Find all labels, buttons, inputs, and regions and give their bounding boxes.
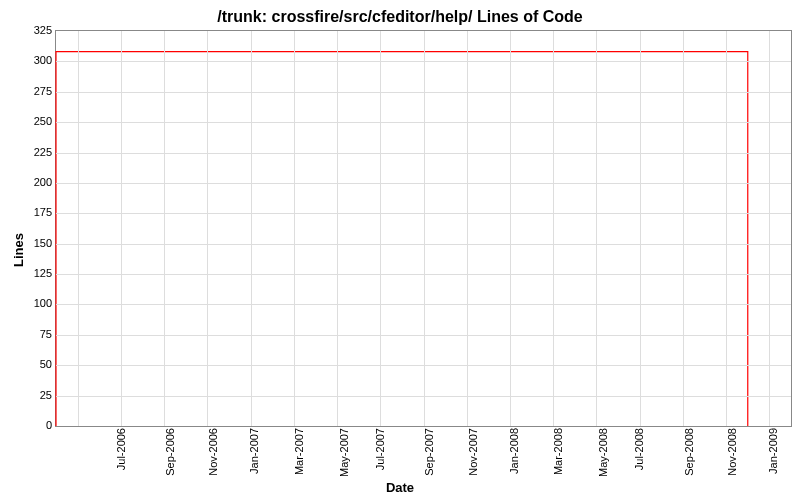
loc-chart: /trunk: crossfire/src/cfeditor/help/ Lin… bbox=[0, 0, 800, 500]
plot-area bbox=[55, 30, 792, 427]
y-tick-label: 0 bbox=[7, 419, 52, 431]
y-tick-label: 100 bbox=[7, 297, 52, 309]
gridline-v bbox=[121, 31, 122, 426]
gridline-v bbox=[164, 31, 165, 426]
gridline-v bbox=[640, 31, 641, 426]
x-tick-label: Nov-2006 bbox=[207, 428, 219, 476]
x-axis-label: Date bbox=[0, 480, 800, 495]
y-tick-label: 25 bbox=[7, 389, 52, 401]
x-tick-label: May-2007 bbox=[338, 428, 350, 477]
y-tick-label: 50 bbox=[7, 358, 52, 370]
gridline-v bbox=[683, 31, 684, 426]
x-tick-label: Jan-2008 bbox=[508, 428, 520, 474]
gridline-v bbox=[596, 31, 597, 426]
chart-title: /trunk: crossfire/src/cfeditor/help/ Lin… bbox=[0, 8, 800, 26]
gridline-v bbox=[251, 31, 252, 426]
x-tick-label: Sep-2006 bbox=[164, 428, 176, 476]
x-tick-label: Nov-2007 bbox=[466, 428, 478, 476]
x-tick-label: Mar-2008 bbox=[552, 428, 564, 475]
y-tick-label: 150 bbox=[7, 237, 52, 249]
x-tick-label: Sep-2008 bbox=[682, 428, 694, 476]
gridline-v bbox=[78, 31, 79, 426]
gridline-v bbox=[726, 31, 727, 426]
y-tick-label: 275 bbox=[7, 85, 52, 97]
y-tick-label: 225 bbox=[7, 146, 52, 158]
gridline-v bbox=[207, 31, 208, 426]
y-tick-label: 125 bbox=[7, 267, 52, 279]
x-tick-label: Jan-2009 bbox=[767, 428, 779, 474]
gridline-v bbox=[424, 31, 425, 426]
y-tick-label: 200 bbox=[7, 176, 52, 188]
gridline-v bbox=[553, 31, 554, 426]
x-tick-label: Nov-2008 bbox=[726, 428, 738, 476]
series-line bbox=[56, 52, 748, 426]
x-tick-label: Jan-2007 bbox=[248, 428, 260, 474]
x-tick-label: Mar-2007 bbox=[293, 428, 305, 475]
x-tick-label: Jul-2008 bbox=[634, 428, 646, 470]
gridline-v bbox=[380, 31, 381, 426]
x-tick-label: Jul-2007 bbox=[374, 428, 386, 470]
gridline-v bbox=[769, 31, 770, 426]
y-tick-label: 250 bbox=[7, 115, 52, 127]
y-tick-label: 175 bbox=[7, 206, 52, 218]
y-tick-label: 300 bbox=[7, 54, 52, 66]
gridline-v bbox=[510, 31, 511, 426]
y-tick-label: 75 bbox=[7, 328, 52, 340]
x-tick-label: May-2008 bbox=[597, 428, 609, 477]
gridline-v bbox=[294, 31, 295, 426]
x-tick-label: Jul-2006 bbox=[115, 428, 127, 470]
y-tick-label: 325 bbox=[7, 24, 52, 36]
gridline-v bbox=[467, 31, 468, 426]
gridline-v bbox=[337, 31, 338, 426]
x-tick-label: Sep-2007 bbox=[423, 428, 435, 476]
